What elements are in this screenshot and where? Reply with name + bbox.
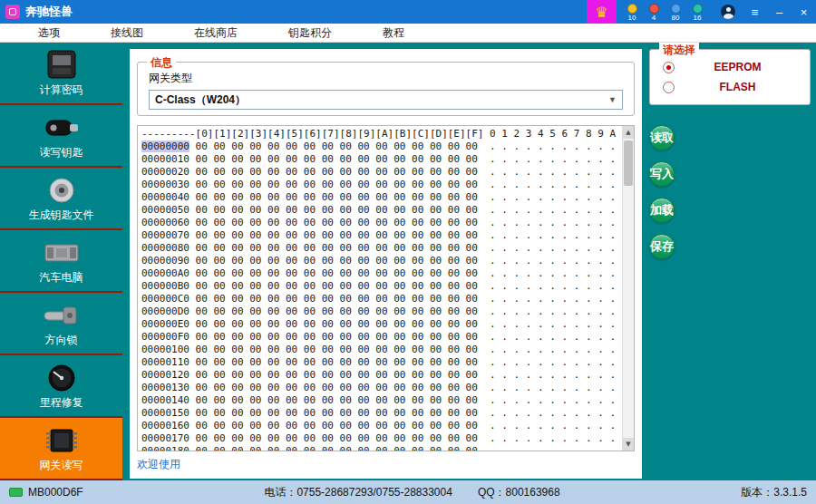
- hex-row[interactable]: 000000B0 00 00 00 00 00 00 00 00 00 00 0…: [141, 280, 634, 293]
- hex-row[interactable]: 00000130 00 00 00 00 00 00 00 00 00 00 0…: [141, 382, 634, 394]
- hex-address[interactable]: 00000160: [141, 420, 189, 431]
- hex-row[interactable]: 00000150 00 00 00 00 00 00 00 00 00 00 0…: [141, 407, 634, 420]
- titlebar-right: ♛ 1048016 ≡ – ×: [587, 0, 816, 24]
- menu-item-wiring-diagram[interactable]: 接线图: [111, 25, 143, 41]
- sidebar-item-car-computer[interactable]: 汽车电脑: [0, 230, 122, 293]
- hex-row[interactable]: 00000000 00 00 00 00 00 00 00 00 00 00 0…: [141, 141, 634, 153]
- hex-address[interactable]: 00000110: [141, 356, 189, 368]
- hex-address[interactable]: 00000010: [141, 153, 189, 165]
- action-buttons: 读取写入加载保存: [649, 105, 811, 259]
- chip-icon: [40, 424, 83, 457]
- hex-address[interactable]: 00000030: [141, 179, 189, 190]
- sidebar-item-calculate-password[interactable]: 计算密码: [0, 43, 122, 105]
- sidebar-item-generate-key-file[interactable]: 生成钥匙文件: [0, 168, 122, 230]
- token-counter-blue[interactable]: 80: [665, 2, 686, 23]
- hex-address[interactable]: 00000090: [141, 255, 189, 267]
- hex-address[interactable]: 00000080: [141, 242, 189, 254]
- menu-item-online-store[interactable]: 在线商店: [194, 25, 238, 41]
- hex-row[interactable]: 00000160 00 00 00 00 00 00 00 00 00 00 0…: [141, 420, 634, 432]
- token-counter-teal[interactable]: 16: [686, 2, 708, 23]
- write-button[interactable]: 写入: [649, 161, 675, 187]
- status-bar: MB000D6F 电话：0755-28687293/0755-28833004 …: [0, 480, 816, 504]
- hex-address[interactable]: 000000B0: [141, 280, 189, 292]
- qq-text: QQ：800163968: [478, 485, 560, 500]
- menu-item-key-points[interactable]: 钥匙积分: [288, 25, 332, 41]
- sidebar-item-mileage-repair[interactable]: 里程修复: [0, 355, 122, 418]
- ir-key-icon: [40, 174, 83, 207]
- sidebar-item-read-write-key[interactable]: 读写钥匙: [0, 105, 122, 168]
- sidebar-item-label: 网关读写: [40, 458, 83, 473]
- radio-label: FLASH: [675, 81, 801, 93]
- title-bar: 奔驰怪兽 ♛ 1048016 ≡ – ×: [0, 0, 816, 24]
- radio-unchecked-icon[interactable]: [663, 82, 675, 93]
- window-menu-button[interactable]: ≡: [743, 0, 767, 24]
- hex-row[interactable]: 00000020 00 00 00 00 00 00 00 00 00 00 0…: [141, 166, 634, 179]
- hex-address[interactable]: 00000040: [141, 191, 189, 203]
- menu-item-tutorial[interactable]: 教程: [383, 25, 404, 41]
- sidebar-item-steering-lock[interactable]: 方向锁: [0, 293, 122, 355]
- minimize-button[interactable]: –: [767, 0, 792, 24]
- hex-row[interactable]: 00000180 00 00 00 00 00 00 00 00 00 00 0…: [141, 445, 634, 451]
- token-counter-red[interactable]: 4: [643, 2, 665, 23]
- radio-checked-icon[interactable]: [663, 62, 675, 73]
- vertical-scrollbar[interactable]: ▲ ▼: [622, 126, 634, 451]
- hex-address[interactable]: 00000000: [141, 141, 189, 152]
- hex-address[interactable]: 000000F0: [141, 331, 189, 343]
- hex-address[interactable]: 000000A0: [141, 267, 189, 279]
- hex-address[interactable]: 00000050: [141, 204, 189, 216]
- hex-row[interactable]: 00000010 00 00 00 00 00 00 00 00 00 00 0…: [141, 153, 634, 166]
- hex-address[interactable]: 00000100: [141, 344, 189, 355]
- save-button[interactable]: 保存: [649, 234, 675, 259]
- scroll-down-icon[interactable]: ▼: [623, 438, 634, 451]
- hex-address[interactable]: 00000180: [141, 445, 189, 451]
- hex-row[interactable]: 000000C0 00 00 00 00 00 00 00 00 00 00 0…: [141, 293, 634, 305]
- hex-row[interactable]: 000000E0 00 00 00 00 00 00 00 00 00 00 0…: [141, 318, 634, 331]
- hex-row[interactable]: 000000A0 00 00 00 00 00 00 00 00 00 00 0…: [141, 267, 634, 280]
- menu-item-options[interactable]: 选项: [38, 25, 60, 41]
- load-button[interactable]: 加载: [649, 198, 675, 223]
- token-counter-gold[interactable]: 10: [621, 2, 643, 23]
- hex-address[interactable]: 00000170: [141, 432, 189, 444]
- hex-row[interactable]: 000000F0 00 00 00 00 00 00 00 00 00 00 0…: [141, 331, 634, 344]
- gateway-type-value: C-Class（W204）: [155, 92, 246, 108]
- hex-row[interactable]: 000000D0 00 00 00 00 00 00 00 00 00 00 0…: [141, 305, 634, 318]
- close-button[interactable]: ×: [792, 0, 816, 24]
- gateway-type-label: 网关类型: [149, 71, 623, 86]
- hex-row[interactable]: 00000060 00 00 00 00 00 00 00 00 00 00 0…: [141, 217, 634, 229]
- radio-option-flash[interactable]: FLASH: [659, 77, 801, 97]
- hex-row[interactable]: 00000100 00 00 00 00 00 00 00 00 00 00 0…: [141, 344, 634, 356]
- hex-address[interactable]: 00000120: [141, 369, 189, 381]
- hex-address[interactable]: 000000E0: [141, 318, 189, 330]
- hex-row[interactable]: 00000110 00 00 00 00 00 00 00 00 00 00 0…: [141, 356, 634, 369]
- steering-lock-icon: [40, 299, 83, 332]
- user-avatar-icon[interactable]: [721, 5, 735, 19]
- radio-option-eeprom[interactable]: EEPROM: [659, 57, 801, 77]
- hex-row[interactable]: 00000140 00 00 00 00 00 00 00 00 00 00 0…: [141, 394, 634, 407]
- hex-address[interactable]: 00000140: [141, 394, 189, 406]
- gateway-type-dropdown[interactable]: C-Class（W204） ▼: [149, 90, 623, 110]
- hex-row[interactable]: 00000070 00 00 00 00 00 00 00 00 00 00 0…: [141, 229, 634, 242]
- read-button[interactable]: 读取: [649, 125, 675, 150]
- hex-address[interactable]: 00000060: [141, 217, 189, 228]
- hex-row[interactable]: 00000120 00 00 00 00 00 00 00 00 00 00 0…: [141, 369, 634, 382]
- hex-row[interactable]: 00000170 00 00 00 00 00 00 00 00 00 00 0…: [141, 432, 634, 445]
- hex-address[interactable]: 000000C0: [141, 293, 189, 305]
- hex-address[interactable]: 00000150: [141, 407, 189, 419]
- sidebar-item-gateway-read-write[interactable]: 网关读写: [0, 418, 122, 480]
- hex-view[interactable]: ---------[0][1][2][3][4][5][6][7][8][9][…: [137, 125, 635, 451]
- hex-address[interactable]: 00000130: [141, 382, 189, 393]
- gold-coin-icon: [627, 4, 637, 14]
- hex-row[interactable]: 00000090 00 00 00 00 00 00 00 00 00 00 0…: [141, 255, 634, 267]
- token-counters: 1048016: [621, 2, 708, 23]
- hex-address[interactable]: 00000070: [141, 229, 189, 241]
- hex-address[interactable]: 000000D0: [141, 305, 189, 317]
- radio-label: EEPROM: [675, 61, 801, 73]
- hex-row[interactable]: 00000030 00 00 00 00 00 00 00 00 00 00 0…: [141, 179, 634, 191]
- vip-crown-button[interactable]: ♛: [587, 0, 617, 24]
- hex-row[interactable]: 00000050 00 00 00 00 00 00 00 00 00 00 0…: [141, 204, 634, 217]
- scroll-up-icon[interactable]: ▲: [623, 126, 634, 139]
- hex-row[interactable]: 00000080 00 00 00 00 00 00 00 00 00 00 0…: [141, 242, 634, 255]
- hex-address[interactable]: 00000020: [141, 166, 189, 178]
- hex-row[interactable]: 00000040 00 00 00 00 00 00 00 00 00 00 0…: [141, 191, 634, 204]
- scrollbar-thumb[interactable]: [624, 141, 633, 186]
